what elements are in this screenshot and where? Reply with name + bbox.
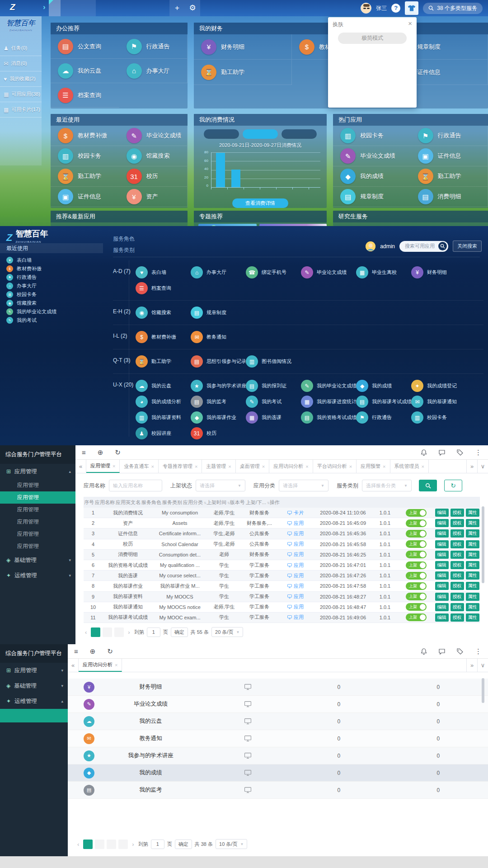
admin-tab[interactable]: 专题推荐管理× — [159, 460, 202, 473]
edit-button[interactable]: 编辑 — [435, 613, 449, 622]
table-header-cell[interactable]: 上架时间⇅ — [206, 499, 230, 506]
sidebar-submenu-item[interactable]: 应用管理 — [0, 516, 75, 528]
table-row[interactable]: 4 校历 School Calendar 学生,老师 公共服务 应用 2020-… — [84, 539, 480, 550]
app-item[interactable]: ⌂办事大厅 — [119, 59, 188, 83]
app-item[interactable]: ▣证件信息 — [411, 146, 488, 166]
confirm-button[interactable]: 确定 — [171, 627, 188, 637]
app-class-link[interactable]: 应用 — [287, 530, 304, 537]
page-number[interactable] — [95, 840, 104, 849]
avatar[interactable] — [361, 3, 371, 14]
app-class-link[interactable]: 应用 — [287, 583, 304, 590]
tag-icon[interactable] — [457, 449, 463, 456]
desktop-tab[interactable] — [61, 0, 72, 16]
property-button[interactable]: 属性 — [466, 509, 479, 517]
edit-button[interactable]: 编辑 — [435, 571, 449, 580]
monitor-icon[interactable] — [207, 701, 289, 707]
chat-icon[interactable] — [439, 449, 445, 456]
app-name-input[interactable] — [109, 480, 162, 491]
service-search[interactable]: 38 个多类型服务 — [423, 3, 483, 14]
service-type-select[interactable]: 选择服务分类▼ — [362, 480, 412, 491]
monitor-icon[interactable] — [207, 736, 289, 741]
table-header-cell[interactable]: 服务角色 — [141, 499, 162, 506]
app-item[interactable]: ▦毕业生离校 — [356, 264, 411, 280]
page-number[interactable] — [103, 627, 112, 637]
table-header-cell[interactable]: 应用分类⇅ — [183, 499, 206, 506]
status-select[interactable]: 请选择▼ — [196, 480, 245, 491]
table-row[interactable]: 11 我的慕课考试成绩 My MOOC exam... 学生 学工服务 应用 2… — [84, 613, 480, 623]
skin-thumbnail[interactable] — [333, 80, 357, 92]
app-class-link[interactable]: 应用 — [287, 520, 304, 527]
table-row[interactable]: 7 我的选课 My course select... 学生 学工服务 应用 20… — [84, 571, 480, 581]
close-icon[interactable]: × — [113, 463, 115, 469]
app-item[interactable]: ♥表白墙 — [136, 264, 191, 280]
page-number[interactable] — [83, 840, 93, 849]
collapse-arrow-icon[interactable]: › — [43, 3, 46, 12]
app-item[interactable]: ▥校园卡务 — [411, 410, 466, 425]
publish-toggle[interactable]: 上架 — [406, 540, 427, 548]
property-button[interactable]: 属性 — [466, 561, 479, 569]
close-icon[interactable]: × — [349, 464, 352, 469]
property-button[interactable]: 属性 — [466, 582, 479, 590]
authorize-button[interactable]: 授权 — [450, 613, 464, 622]
sidebar-submenu-item[interactable]: 应用管理 — [0, 540, 75, 552]
admin-tab[interactable]: 应用管理× — [86, 460, 120, 473]
app-item[interactable]: ◉馆藏搜索 — [136, 305, 191, 321]
property-button[interactable]: 属性 — [466, 551, 479, 559]
desktop-tab[interactable] — [49, 0, 61, 16]
skin-icon[interactable] — [405, 1, 418, 15]
sidebar-submenu-item[interactable]: 应用管理 — [0, 504, 75, 516]
table-row[interactable]: 5 消费明细 Consumption det... 老师 财务服务 应用 202… — [84, 550, 480, 560]
app-item[interactable]: ✦我的成绩登记 — [411, 378, 466, 394]
app-item[interactable]: ⚑行政通告 — [356, 410, 411, 425]
app-item[interactable]: ▥校园卡务 — [333, 126, 411, 146]
app-item[interactable]: ✎我的毕业论文成绩 — [301, 378, 356, 394]
recent-app-item[interactable]: ♥表白墙 — [6, 256, 103, 264]
edit-button[interactable]: 编辑 — [435, 509, 449, 517]
close-icon[interactable]: × — [151, 464, 154, 469]
period-button[interactable] — [243, 129, 278, 139]
bell-icon[interactable] — [421, 449, 427, 456]
table-row[interactable]: 8 我的慕课作业 我的慕课作业 M... 学生 学工服务 应用 2020-08-… — [84, 581, 480, 591]
tabs-menu-icon[interactable]: ∨ — [477, 460, 488, 473]
skin-thumbnail[interactable] — [333, 64, 357, 76]
table-header-cell[interactable]: 上架/下...⇅ — [246, 499, 270, 506]
gear-icon[interactable]: ⚙ — [185, 0, 200, 16]
table-row[interactable]: 6 我的资格考试成绩 My qualification ... 学生 学工服务 … — [84, 560, 480, 571]
edit-button[interactable]: 编辑 — [435, 529, 449, 538]
app-item[interactable]: ⚑行政通告 — [119, 34, 188, 59]
page-number[interactable] — [114, 627, 124, 637]
app-item[interactable]: ♟校园讲座 — [136, 425, 191, 441]
property-button[interactable]: 属性 — [466, 613, 479, 622]
monitor-icon[interactable] — [207, 718, 289, 724]
skin-thumbnail[interactable] — [388, 80, 412, 92]
skin-thumbnail[interactable] — [360, 48, 385, 61]
prev-page[interactable]: ‹ — [84, 629, 88, 636]
app-item[interactable]: ◉馆藏搜索 — [119, 146, 188, 166]
app-item[interactable]: ✉我的慕课通知 — [411, 394, 466, 410]
authorize-button[interactable]: 授权 — [450, 529, 464, 538]
help-icon[interactable]: ? — [391, 4, 400, 13]
app-class-link[interactable]: 应用 — [287, 551, 304, 558]
search-button[interactable] — [419, 480, 437, 491]
app-item[interactable]: ▤我的慕课考试成绩 — [356, 394, 411, 410]
app-item[interactable]: ▤规章制度 — [191, 305, 246, 321]
table-row[interactable]: 9 我的慕课资料 My MOOCS 学生 学工服务 应用 2020-08-21 … — [84, 592, 480, 602]
page-number[interactable] — [91, 627, 100, 637]
refresh-icon[interactable]: ↻ — [115, 448, 121, 457]
app-item[interactable]: ☰档案查询 — [136, 280, 191, 296]
jump-page-input[interactable] — [147, 627, 160, 637]
confirm-button[interactable]: 确定 — [175, 840, 192, 849]
prev-page[interactable]: ‹ — [76, 841, 80, 848]
analysis-row[interactable]: ★ 我参与的学术讲座 0 0 — [68, 747, 488, 764]
table-header-cell[interactable]: 版本号 — [230, 499, 246, 506]
recent-app-item[interactable]: ⌂办事大厅 — [6, 282, 103, 290]
publish-toggle[interactable]: 上架 — [406, 572, 427, 580]
skin-thumbnail[interactable] — [360, 64, 385, 76]
authorize-button[interactable]: 授权 — [450, 571, 464, 580]
publish-toggle[interactable]: 上架 — [406, 509, 427, 517]
app-item[interactable]: ⌛勤工助学 — [136, 354, 191, 369]
authorize-button[interactable]: 授权 — [450, 582, 464, 590]
desktop-tab[interactable] — [84, 0, 96, 16]
analysis-row[interactable]: ¥ 财务明细 0 0 — [68, 679, 488, 696]
property-button[interactable]: 属性 — [466, 540, 479, 548]
